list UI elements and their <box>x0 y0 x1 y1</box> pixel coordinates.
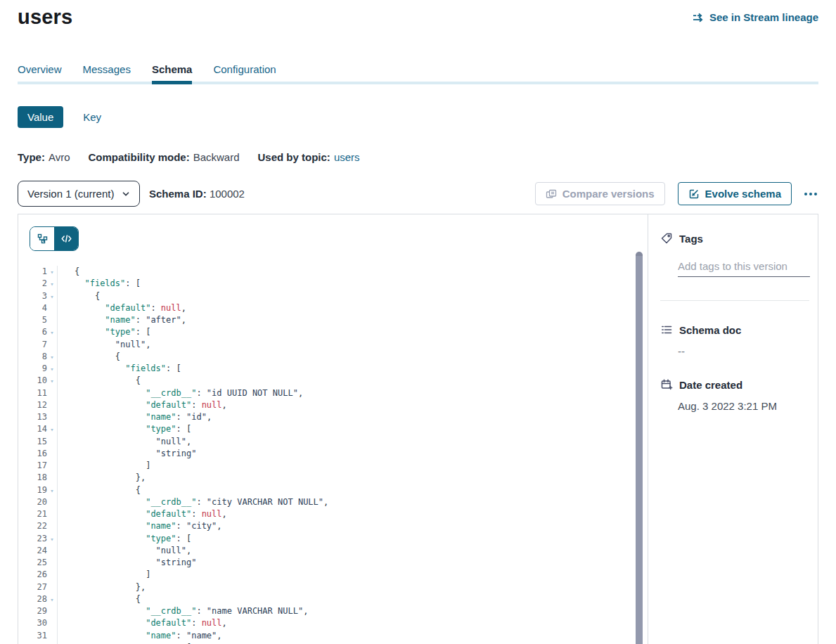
code-line: 17 ] <box>18 460 648 472</box>
version-select[interactable]: Version 1 (current) <box>18 181 140 207</box>
fold-toggle-icon[interactable]: ▾ <box>47 326 57 338</box>
fold-spacer <box>47 472 57 484</box>
edit-icon <box>688 188 700 200</box>
fold-toggle-icon[interactable]: ▾ <box>47 423 57 435</box>
code-line: 29 "__crdb__": "name VARCHAR NULL", <box>18 605 648 617</box>
add-tags-input[interactable] <box>678 260 810 277</box>
topic-link[interactable]: users <box>334 151 360 163</box>
fold-toggle-icon[interactable]: ▾ <box>47 375 57 387</box>
code-line-content: "default": null, <box>57 399 648 411</box>
code-line: 28▾ { <box>18 593 648 605</box>
tree-view-button[interactable] <box>30 227 54 250</box>
line-number: 4 <box>18 302 47 314</box>
versions-copy-icon <box>546 188 557 200</box>
fold-spacer <box>47 508 57 520</box>
line-number: 25 <box>18 557 47 569</box>
fold-spacer <box>47 605 57 617</box>
compatibility-mode: Compatibility mode: Backward <box>88 151 239 163</box>
version-controls-row: Version 1 (current) Schema ID: 100002 <box>18 181 818 207</box>
code-line: 20 "__crdb__": "city VARCHAR NOT NULL", <box>18 496 648 508</box>
code-line: 5 "name": "after", <box>18 314 648 326</box>
code-line: 31 "name": "name", <box>18 630 648 642</box>
fold-toggle-icon[interactable]: ▾ <box>47 351 57 363</box>
tab-schema[interactable]: Schema <box>152 63 193 75</box>
code-line-content: "default": null, <box>57 508 648 520</box>
code-line: 21 "default": null, <box>18 508 648 520</box>
more-options-button[interactable] <box>803 188 818 200</box>
fold-spacer <box>47 302 57 314</box>
tab-configuration[interactable]: Configuration <box>213 63 276 75</box>
line-number: 3 <box>18 290 47 302</box>
line-number: 29 <box>18 605 47 617</box>
code-line: 14▾ "type": [ <box>18 423 648 435</box>
line-number: 7 <box>18 339 47 351</box>
code-line-content: "null", <box>57 436 648 448</box>
code-line-content: }, <box>57 472 648 484</box>
code-line-content: ] <box>57 460 648 472</box>
code-line: 4 "default": null, <box>18 302 648 314</box>
compare-versions-button[interactable]: Compare versions <box>535 182 665 205</box>
schema-code-editor[interactable]: 1▾{2▾ "fields": [3▾ {4 "default": null,5… <box>18 266 648 644</box>
line-number: 2 <box>18 278 47 290</box>
code-line: 6▾ "type": [ <box>18 326 648 338</box>
fold-spacer <box>47 520 57 532</box>
fold-spacer <box>47 314 57 326</box>
value-toggle-button[interactable]: Value <box>18 106 63 128</box>
code-line: 16 "string" <box>18 448 648 460</box>
line-number: 15 <box>18 436 47 448</box>
code-line: 25 "string" <box>18 557 648 569</box>
schema-side-panel: Tags Schema doc -- <box>648 214 818 644</box>
code-line-content: "string" <box>57 448 648 460</box>
code-line-content: { <box>57 351 648 363</box>
fold-spacer <box>47 460 57 472</box>
fold-toggle-icon[interactable]: ▾ <box>47 533 57 545</box>
code-line-content: "__crdb__": "city VARCHAR NOT NULL", <box>57 496 648 508</box>
fold-toggle-icon[interactable]: ▾ <box>47 593 57 605</box>
schema-type: Type: Avro <box>18 151 70 163</box>
line-number: 6 <box>18 326 47 338</box>
code-lines: 1▾{2▾ "fields": [3▾ {4 "default": null,5… <box>18 266 648 644</box>
fold-toggle-icon[interactable]: ▾ <box>47 278 57 290</box>
code-view-icon <box>60 233 72 245</box>
line-number: 5 <box>18 314 47 326</box>
scrollbar-thumb[interactable] <box>636 252 643 644</box>
fold-spacer <box>47 436 57 448</box>
tab-messages[interactable]: Messages <box>83 63 131 75</box>
code-line-content: ] <box>57 569 648 581</box>
fold-toggle-icon[interactable]: ▾ <box>47 363 57 375</box>
code-line-content: }, <box>57 581 648 593</box>
fold-toggle-icon[interactable]: ▾ <box>47 266 57 278</box>
line-number: 20 <box>18 496 47 508</box>
fold-spacer <box>47 545 57 557</box>
stream-lineage-link[interactable]: See in Stream lineage <box>693 11 818 23</box>
code-line: 24 "null", <box>18 545 648 557</box>
fold-toggle-icon[interactable]: ▾ <box>47 290 57 302</box>
fold-spacer <box>47 569 57 581</box>
tags-section-heading: Tags <box>660 232 809 245</box>
date-created-value: Aug. 3 2022 3:21 PM <box>678 400 809 412</box>
code-line-content: "fields": [ <box>57 278 648 290</box>
tab-overview[interactable]: Overview <box>18 63 62 75</box>
code-line-content: { <box>57 593 648 605</box>
code-line: 26 ] <box>18 569 648 581</box>
line-number: 18 <box>18 472 47 484</box>
schema-id: Schema ID: 100002 <box>149 188 245 200</box>
code-line-content: "default": null, <box>57 617 648 629</box>
line-number: 17 <box>18 460 47 472</box>
schema-meta-row: Type: Avro Compatibility mode: Backward … <box>18 151 818 163</box>
code-line: 27 }, <box>18 581 648 593</box>
code-view-button[interactable] <box>54 227 78 250</box>
date-created-heading: Date created <box>660 378 809 391</box>
evolve-schema-button[interactable]: Evolve schema <box>678 182 792 205</box>
line-number: 13 <box>18 411 47 423</box>
fold-toggle-icon[interactable]: ▾ <box>47 484 57 496</box>
schema-panel: 1▾{2▾ "fields": [3▾ {4 "default": null,5… <box>18 214 818 644</box>
line-number: 21 <box>18 508 47 520</box>
key-toggle-button[interactable]: Key <box>83 111 101 123</box>
schema-code-panel: 1▾{2▾ "fields": [3▾ {4 "default": null,5… <box>18 214 648 644</box>
code-line-content: "name": "id", <box>57 411 648 423</box>
line-number: 14 <box>18 423 47 435</box>
code-line-content: { <box>57 484 648 496</box>
fold-spacer <box>47 617 57 629</box>
code-scrollbar[interactable] <box>636 251 643 644</box>
